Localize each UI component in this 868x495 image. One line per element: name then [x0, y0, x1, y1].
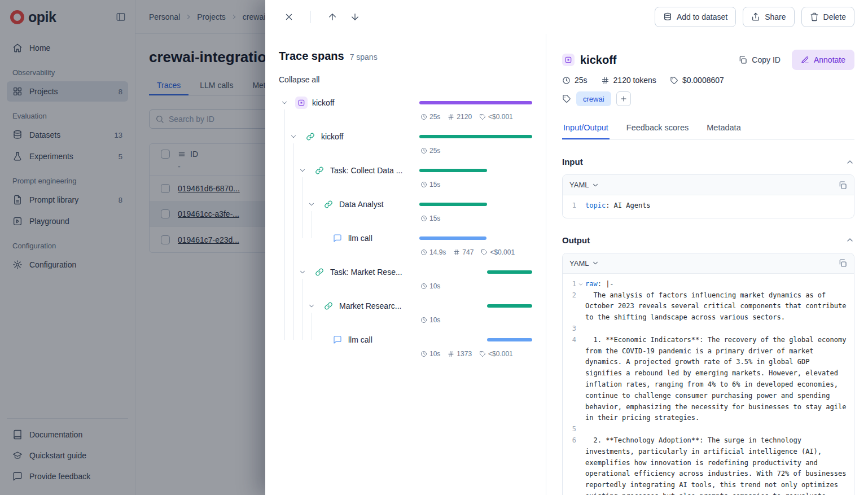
link-icon [322, 198, 335, 211]
span-name[interactable]: Data Analyst [339, 200, 419, 209]
chevron-up-icon [845, 235, 854, 244]
tab-metadata[interactable]: Metadata [705, 123, 742, 139]
chevron-down-icon[interactable] [306, 199, 317, 210]
collapse-input-button[interactable] [845, 157, 854, 167]
span-duration-bar [419, 169, 532, 172]
add-tag-button[interactable] [616, 91, 631, 106]
copy-output-button[interactable] [838, 259, 847, 268]
span-meta: 10s [420, 316, 440, 324]
span-duration: 14.9s [420, 248, 446, 256]
chevron-down-icon [578, 282, 584, 287]
span-duration-bar [419, 270, 532, 274]
span-name[interactable]: kickoff [321, 132, 419, 141]
chevron-down-icon[interactable] [279, 97, 290, 108]
close-icon [284, 12, 294, 22]
chevron-down-icon[interactable] [288, 131, 299, 142]
span-tokens: 747 [453, 248, 474, 256]
span-row-task-market-research[interactable]: Task: Market Rese... 10s [279, 264, 532, 298]
output-section-header: Output [562, 235, 854, 245]
span-meta: 15s [420, 181, 440, 189]
span-name[interactable]: kickoff [312, 98, 419, 107]
span-tokens: 2120 [448, 113, 472, 121]
input-code-body: 1 topic: AI Agents [563, 195, 854, 218]
span-row-data-analyst[interactable]: Data Analyst 15s [279, 196, 532, 230]
tag-crewai[interactable]: crewai [576, 91, 611, 106]
span-name[interactable]: Task: Collect Data ... [330, 166, 419, 175]
chevron-down-icon[interactable] [297, 266, 308, 278]
pencil-icon [801, 56, 809, 64]
span-meta: 14.9s 747 <$0.001 [420, 248, 515, 256]
llm-call-icon [331, 334, 344, 346]
span-duration-bar [419, 101, 532, 104]
tab-input-output[interactable]: Input/Output [562, 123, 610, 139]
link-icon [322, 300, 335, 312]
span-cost: <$0.001 [479, 350, 513, 358]
annotate-button[interactable]: Annotate [792, 50, 854, 70]
copy-icon [738, 55, 747, 64]
tokens-stat: 2120 tokens [601, 76, 656, 85]
format-select[interactable]: YAML [569, 181, 599, 189]
span-duration: 10s [420, 350, 440, 358]
previous-trace-button[interactable] [323, 8, 341, 26]
divider [310, 11, 311, 23]
span-name[interactable]: llm call [348, 335, 419, 344]
span-name[interactable]: llm call [348, 234, 419, 243]
link-icon [304, 130, 317, 143]
fold-toggle[interactable] [576, 279, 585, 290]
clock-icon [420, 215, 427, 222]
add-to-dataset-button[interactable]: Add to dataset [655, 7, 736, 27]
span-duration-bar [419, 338, 532, 341]
span-name[interactable]: Market Researc... [339, 301, 419, 310]
clock-icon [420, 181, 427, 188]
span-row-kickoff[interactable]: kickoff 25s [279, 129, 532, 163]
next-trace-button[interactable] [346, 8, 364, 26]
copy-input-button[interactable] [838, 181, 847, 190]
span-duration-bar [419, 135, 532, 138]
span-meta: 25s 2120 <$0.001 [420, 113, 513, 121]
span-duration: 10s [420, 282, 440, 290]
span-row-market-researcher[interactable]: Market Researc... 10s [279, 298, 532, 332]
detail-tabs: Input/Output Feedback scores Metadata [562, 123, 854, 140]
clock-icon [420, 283, 427, 290]
span-row-task-collect-data[interactable]: Task: Collect Data ... 15s [279, 163, 532, 196]
spans-count: 7 spans [350, 52, 378, 62]
tab-feedback-scores[interactable]: Feedback scores [625, 123, 690, 139]
chevron-down-icon[interactable] [297, 165, 308, 176]
collapse-all-button[interactable]: Collapse all [279, 75, 319, 84]
span-duration: 25s [420, 113, 440, 121]
delete-button[interactable]: Delete [801, 7, 854, 27]
span-row-llm-call[interactable]: llm call 10s 1373 <$0.001 [279, 332, 532, 366]
input-code-block: YAML 1 topic: AI Agents [562, 174, 854, 218]
chevron-down-icon [591, 181, 599, 189]
hash-icon [601, 76, 610, 85]
span-meta: 10s 1373 <$0.001 [420, 350, 513, 358]
span-cost: <$0.001 [481, 248, 515, 256]
clock-icon [562, 76, 571, 85]
price-tag-icon [670, 76, 678, 85]
share-button[interactable]: Share [743, 7, 794, 27]
span-row-kickoff-trace[interactable]: kickoff 25s 2120 <$0.001 [279, 95, 532, 129]
copy-id-button[interactable]: Copy ID [731, 50, 787, 70]
trace-icon [562, 54, 575, 66]
link-icon [313, 164, 326, 177]
price-tag-icon [481, 249, 488, 256]
close-button[interactable] [280, 8, 298, 26]
chevron-down-icon[interactable] [306, 300, 317, 312]
trash-icon [810, 12, 819, 21]
clock-icon [420, 249, 427, 256]
copy-icon [838, 259, 847, 268]
format-select[interactable]: YAML [569, 259, 599, 268]
tags-row: crewai [562, 91, 854, 106]
output-code-body: 1 raw: |- 2 The analysis of factors infl… [563, 274, 854, 495]
panel-toolbar: Add to dataset Share Delete [265, 0, 868, 34]
span-meta: 15s [420, 214, 440, 222]
llm-call-icon [331, 232, 344, 244]
span-duration-bar [419, 304, 532, 308]
price-tag-icon [479, 351, 486, 357]
span-duration: 10s [420, 316, 440, 324]
span-name[interactable]: Task: Market Rese... [330, 268, 419, 277]
collapse-output-button[interactable] [845, 235, 854, 244]
price-tag-icon [479, 113, 486, 120]
span-row-llm-call[interactable]: llm call 14.9s 747 <$0.001 [279, 230, 532, 264]
chevron-up-icon [845, 157, 854, 167]
